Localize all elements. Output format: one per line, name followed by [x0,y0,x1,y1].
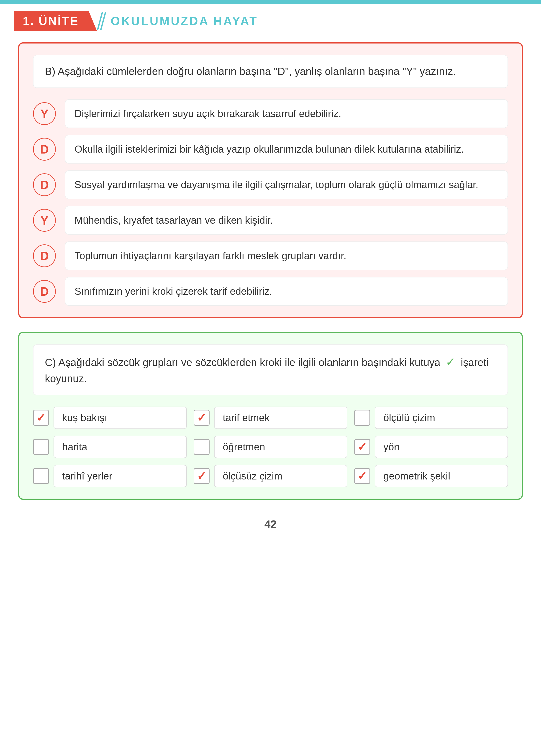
section-b: B) Aşağıdaki cümlelerden doğru olanların… [18,42,523,318]
list-item: ✓ geometrik şekil [354,465,508,487]
label-kus-bakisi: kuş bakışı [54,407,187,429]
section-c-check-icon: ✓ [445,355,456,369]
label-tarif-etmek: tarif etmek [214,407,347,429]
list-item: harita [33,436,187,458]
page-number: 42 [0,509,541,537]
table-row: D Okulla ilgili isteklerimizi bir kâğıda… [33,135,508,164]
checkbox-kus-bakisi[interactable]: ✓ [33,410,49,426]
table-row: Y Dişlerimizi fırçalarken suyu açık bıra… [33,99,508,128]
checkmark-icon: ✓ [36,411,46,424]
label-harita: harita [54,436,187,458]
list-item: ✓ tarif etmek [194,407,347,429]
section-c-instruction: C) Aşağıdaki sözcük grupları ve sözcükle… [33,344,508,395]
section-c-instruction-text: C) Aşağıdaki sözcük grupları ve sözcükle… [45,356,440,368]
label-olculu-cizim: ölçülü çizim [375,407,508,429]
checkbox-harita[interactable] [33,439,49,455]
section-b-instruction: B) Aşağıdaki cümlelerden doğru olanların… [33,55,508,88]
c-row-2: harita öğretmen ✓ yön [33,436,508,458]
checkbox-tarihi-yerler[interactable] [33,468,49,484]
badge-y-1: Y [33,102,56,125]
unit-label: 1. ÜNİTE [14,11,97,31]
checkmark-icon: ✓ [197,411,207,424]
item-text-1: Dişlerimizi fırçalarken suyu açık bıraka… [65,99,508,128]
list-item: tarihî yerler [33,465,187,487]
checkmark-icon: ✓ [357,440,367,454]
list-item: ölçülü çizim [354,407,508,429]
checkbox-yon[interactable]: ✓ [354,439,370,455]
checkmark-icon: ✓ [197,470,207,483]
label-tarihi-yerler: tarihî yerler [54,465,187,487]
item-text-6: Sınıfımızın yerini kroki çizerek tarif e… [65,277,508,306]
top-decorative-strip [0,0,541,4]
badge-d-3: D [33,173,56,196]
checkbox-geometrik-sekil[interactable]: ✓ [354,468,370,484]
page-title: OKULUMUZDA HAYAT [106,14,258,28]
label-olcusuz-cizim: ölçüsüz çizim [214,465,347,487]
label-ogretmen: öğretmen [214,436,347,458]
table-row: D Sosyal yardımlaşma ve dayanışma ile il… [33,171,508,199]
header-divider-lines [99,12,104,30]
item-text-4: Mühendis, kıyafet tasarlayan ve diken ki… [65,206,508,234]
c-row-3: tarihî yerler ✓ ölçüsüz çizim ✓ geometri… [33,465,508,487]
table-row: D Toplumun ihtiyaçlarını karşılayan fark… [33,241,508,270]
list-item: ✓ ölçüsüz çizim [194,465,347,487]
checkbox-tarif-etmek[interactable]: ✓ [194,410,210,426]
checkmark-icon: ✓ [357,470,367,483]
checkbox-ogretmen[interactable] [194,439,210,455]
badge-d-6: D [33,280,56,303]
item-text-3: Sosyal yardımlaşma ve dayanışma ile ilgi… [65,171,508,199]
label-geometrik-sekil: geometrik şekil [375,465,508,487]
table-row: Y Mühendis, kıyafet tasarlayan ve diken … [33,206,508,234]
badge-d-2: D [33,138,56,161]
page-header: 1. ÜNİTE OKULUMUZDA HAYAT [0,4,541,33]
c-row-1: ✓ kuş bakışı ✓ tarif etmek ölçülü çizim [33,407,508,429]
section-c-grid: ✓ kuş bakışı ✓ tarif etmek ölçülü çizim [33,407,508,487]
item-text-2: Okulla ilgili isteklerimizi bir kâğıda y… [65,135,508,164]
list-item: ✓ kuş bakışı [33,407,187,429]
list-item: öğretmen [194,436,347,458]
checkbox-olcusuz-cizim[interactable]: ✓ [194,468,210,484]
checkbox-olculu-cizim[interactable] [354,410,370,426]
item-text-5: Toplumun ihtiyaçlarını karşılayan farklı… [65,241,508,270]
section-b-items-list: Y Dişlerimizi fırçalarken suyu açık bıra… [33,99,508,306]
main-content: B) Aşağıdaki cümlelerden doğru olanların… [0,33,541,509]
label-yon: yön [375,436,508,458]
section-c: C) Aşağıdaki sözcük grupları ve sözcükle… [18,332,523,500]
list-item: ✓ yön [354,436,508,458]
table-row: D Sınıfımızın yerini kroki çizerek tarif… [33,277,508,306]
badge-y-4: Y [33,209,56,232]
badge-d-5: D [33,244,56,267]
